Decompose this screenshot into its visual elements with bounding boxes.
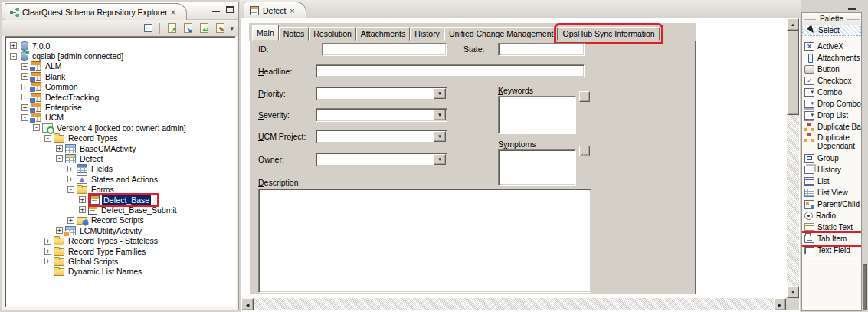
editor-vertical-scrollbar[interactable]: ▲ ▼	[787, 18, 799, 298]
scroll-down-button[interactable]: ▼	[787, 286, 799, 298]
palette-header[interactable]: Palette	[802, 13, 861, 25]
form-tab-opshub-sync-information[interactable]: OpsHub Sync Information	[558, 27, 659, 41]
palette-item-list[interactable]: List	[802, 176, 861, 187]
chevron-down-icon[interactable]: ▼	[434, 154, 446, 165]
collapse-all-icon[interactable]: −	[142, 22, 154, 34]
view-menu-icon[interactable]: ▾	[230, 25, 234, 32]
form-tab-resolution[interactable]: Resolution	[309, 27, 356, 41]
priority-combo[interactable]: ▼	[316, 87, 447, 100]
edge-scroll-thumb[interactable]	[863, 264, 867, 310]
scroll-left-button[interactable]: ◀	[241, 298, 254, 310]
palette-item-radio[interactable]: Radio	[802, 210, 861, 222]
palette-item-combo[interactable]: Combo	[802, 87, 861, 98]
expand-icon[interactable]: +	[21, 104, 28, 111]
close-icon[interactable]: ×	[171, 8, 175, 16]
palette-item-activex[interactable]: ActiveX	[802, 41, 861, 52]
tree-item-states-and-actions[interactable]: +States and Actions	[5, 174, 235, 184]
tree-item-record-types[interactable]: -Record Types	[5, 133, 235, 143]
tree-item-record-type-families[interactable]: +Record Type Families	[5, 246, 235, 256]
expand-icon[interactable]: +	[10, 42, 17, 49]
palette-item-attachments[interactable]: Attachments	[802, 52, 861, 64]
collapse-icon[interactable]: -	[33, 124, 40, 131]
palette-item-drop-combo[interactable]: Drop Combo	[802, 98, 861, 110]
scroll-right-button[interactable]: ▶	[774, 298, 786, 310]
import-schema-icon[interactable]: ↘	[182, 22, 194, 34]
collapse-icon[interactable]: -	[21, 114, 28, 121]
editor-horizontal-scrollbar[interactable]: ◀ ▶	[241, 298, 786, 310]
expand-icon[interactable]: +	[56, 227, 63, 234]
collapse-icon[interactable]: -	[10, 53, 17, 60]
owner-combo[interactable]: ▼	[316, 153, 447, 166]
palette-item-group[interactable]: Group	[802, 153, 861, 164]
export-schema-icon[interactable]: ↗	[165, 22, 178, 34]
keywords-field[interactable]	[498, 96, 576, 134]
symptoms-browse-button[interactable]: ...	[579, 146, 590, 156]
palette-item-duplicate-base[interactable]: Duplicate Base	[802, 121, 861, 133]
id-field[interactable]	[322, 43, 447, 56]
palette-item-parent-child[interactable]: Parent/Child	[802, 199, 861, 210]
expand-icon[interactable]: +	[67, 217, 74, 224]
palette-item-duplicate-dependant[interactable]: Duplicate Dependant	[802, 133, 861, 153]
tree-item-alm[interactable]: +ALM	[5, 61, 235, 71]
chevron-down-icon[interactable]: ▼	[434, 110, 446, 120]
tree-item-basecmactivity[interactable]: +BaseCMActivity	[5, 143, 235, 153]
palette-item-static-text[interactable]: Static Text	[802, 222, 861, 233]
form-tab-attachments[interactable]: Attachments	[356, 27, 410, 41]
headline-field[interactable]	[316, 64, 585, 77]
palette-item-checkbox[interactable]: Checkbox	[802, 75, 861, 87]
tree-item-blank[interactable]: +Blank	[5, 71, 235, 81]
palette-item-select[interactable]: Select	[802, 25, 861, 36]
tree-item-lcmutilityactivity[interactable]: +LCMUtilityActivity	[5, 225, 235, 235]
tree-item-ucm[interactable]: -UCM	[5, 113, 235, 123]
collapse-icon[interactable]: -	[44, 135, 51, 142]
vertical-scroll-thumb[interactable]	[787, 31, 799, 115]
tree-item-cqslab-admin-connected[interactable]: -cqslab [admin connected]	[5, 51, 235, 61]
tree-item-dynamic-list-names[interactable]: Dynamic List Names	[5, 267, 235, 277]
expand-icon[interactable]: +	[21, 94, 28, 100]
tree-item-global-scripts[interactable]: +Global Scripts	[5, 256, 235, 266]
tree-item-common[interactable]: +Common	[5, 82, 235, 92]
chevron-down-icon[interactable]: ▼	[434, 88, 446, 99]
tree-item-version-4-locked-co-owner-admin[interactable]: -Version: 4 [locked co: owner: admin]	[5, 123, 235, 133]
tree-item-defect-base[interactable]: +Defect_Base	[5, 195, 235, 205]
expand-icon[interactable]: +	[21, 73, 28, 80]
tree-item-record-scripts[interactable]: +Record Scripts	[5, 215, 235, 225]
expand-icon[interactable]: +	[56, 145, 63, 152]
palette-item-text-field[interactable]: Text Field	[802, 245, 861, 256]
keywords-browse-button[interactable]: ...	[579, 91, 590, 102]
expand-icon[interactable]: +	[67, 176, 74, 182]
palette-minimize-button[interactable]	[848, 5, 856, 10]
collapse-icon[interactable]: -	[67, 186, 74, 193]
palette-item-list-view[interactable]: List View	[802, 187, 861, 199]
tree-item-defecttracking[interactable]: +DefectTracking	[5, 92, 235, 102]
state-field[interactable]	[498, 43, 585, 56]
scroll-up-button[interactable]: ▲	[787, 18, 799, 31]
palette-item-button[interactable]: Button	[802, 64, 861, 75]
expand-icon[interactable]: +	[21, 84, 28, 90]
tree-item-fields[interactable]: +Fields	[5, 164, 235, 174]
maximize-button[interactable]	[226, 6, 234, 13]
expand-icon[interactable]: +	[21, 63, 28, 70]
form-tab-unified-change-management[interactable]: Unified Change Management	[444, 27, 558, 41]
tree-item-enterprise[interactable]: +Enterprise	[5, 102, 235, 112]
expand-icon[interactable]: +	[44, 248, 51, 255]
tree-item-record-types-stateless[interactable]: +Record Types - Stateless	[5, 235, 235, 245]
palette-item-tab-item[interactable]: Tab Item	[802, 233, 861, 245]
editor-tab-defect[interactable]: Defect ×	[244, 2, 306, 18]
palette-item-drop-list[interactable]: Drop List	[802, 110, 861, 121]
expand-icon[interactable]: +	[79, 196, 86, 203]
undo-checkout-icon[interactable]: ↩	[198, 22, 210, 34]
edit-schema-icon[interactable]: ✎	[214, 22, 226, 34]
tree-item-7-0-0[interactable]: +7.0.0	[5, 41, 235, 51]
close-icon[interactable]: ×	[290, 7, 294, 15]
expand-icon[interactable]: +	[79, 206, 86, 213]
collapse-icon[interactable]: -	[56, 155, 63, 162]
description-field[interactable]	[258, 189, 591, 293]
severity-combo[interactable]: ▼	[316, 108, 447, 122]
expand-icon[interactable]: +	[44, 238, 51, 245]
expand-icon[interactable]: +	[67, 166, 74, 172]
tree-item-defect[interactable]: -Defect	[5, 153, 235, 163]
ucm-project-combo[interactable]: ▼	[316, 130, 447, 143]
explorer-view-tab[interactable]: ClearQuest Schema Repository Explorer ×	[5, 3, 187, 20]
chevron-down-icon[interactable]: ▼	[434, 131, 446, 142]
